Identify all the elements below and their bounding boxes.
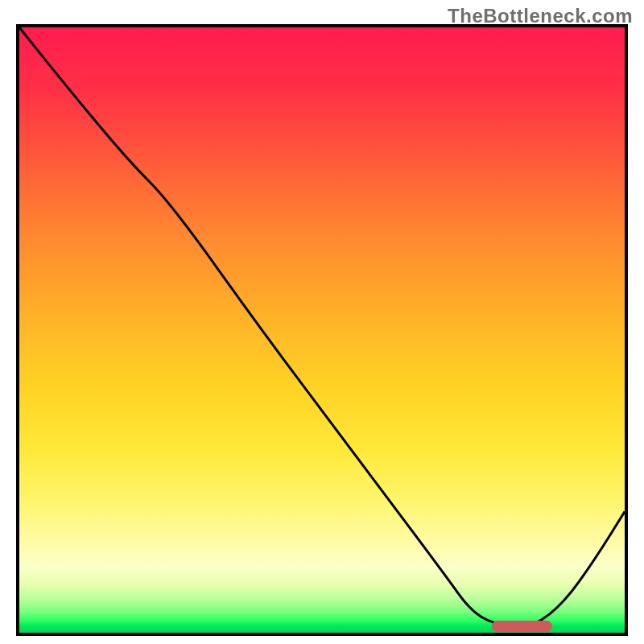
bottleneck-curve (19, 27, 625, 633)
optimal-range-marker (492, 621, 552, 632)
chart-container: TheBottleneck.com (0, 0, 644, 644)
plot-frame (16, 24, 628, 636)
